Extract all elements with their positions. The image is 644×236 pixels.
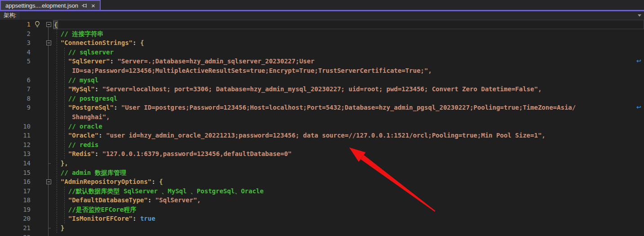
line-number: 3 — [0, 38, 31, 48]
code-line[interactable]: 10// oracle — [0, 122, 644, 131]
code-line[interactable]: 6// mysql — [0, 76, 644, 85]
fold-toggle[interactable] — [44, 177, 53, 187]
schema-combobox[interactable] — [20, 11, 644, 20]
code-line[interactable]: 12// redis — [0, 140, 644, 150]
code-line[interactable]: 9"PostgreSql": "User ID=postgres;Passwor… — [0, 103, 644, 112]
code-token: { — [140, 39, 144, 46]
code-editor[interactable]: 1{2// 连接字符串3"ConnectionStrings": {4// sq… — [0, 20, 644, 236]
code-token: "Oracle" — [68, 132, 98, 139]
code-line-text: // admin 数据库管理 — [53, 168, 644, 178]
line-number: 11 — [0, 131, 31, 140]
glyph-margin — [31, 29, 44, 39]
code-token: //是否监控EFCore程序 — [68, 206, 136, 213]
code-token: "SqlServer", — [155, 196, 201, 204]
code-line[interactable]: 22 — [0, 233, 644, 236]
fold-margin — [44, 112, 53, 122]
code-line[interactable]: 4// sqlserver — [0, 48, 644, 57]
glyph-margin — [31, 94, 44, 103]
fold-margin — [44, 187, 53, 196]
line-number: 8 — [0, 94, 31, 103]
glyph-margin — [31, 112, 44, 122]
code-line[interactable]: 13"Redis": "127.0.0.1:6379,password=1234… — [0, 149, 644, 159]
fold-margin — [44, 233, 53, 236]
fold-margin — [44, 94, 53, 103]
code-token: "ConnectionStrings" — [61, 39, 133, 46]
code-token: // sqlserver — [68, 49, 114, 56]
code-line-text: // sqlserver — [53, 48, 644, 57]
code-line[interactable]: 17//默认数据库类型 SqlServer 、MySql 、PostgreSql… — [0, 187, 644, 196]
fold-margin — [44, 29, 53, 39]
glyph-margin — [31, 159, 44, 168]
line-number: 16 — [0, 177, 31, 187]
code-line[interactable]: 18"DefaultDatabaseType": "SqlServer", — [0, 196, 644, 205]
code-token: // mysql — [68, 76, 98, 84]
code-token: : — [114, 104, 121, 111]
indent-guide — [64, 48, 65, 159]
code-line[interactable]: 19//是否监控EFCore程序 — [0, 205, 644, 214]
code-line-text: }, — [53, 159, 644, 168]
code-line[interactable]: 11"Oracle": "user id=hzy_admin_oracle_20… — [0, 131, 644, 140]
code-token: "User ID=postgres;Password=123456;Host=l… — [121, 104, 576, 111]
fold-collapse-icon[interactable] — [46, 179, 51, 184]
code-line[interactable]: 1{ — [0, 20, 644, 29]
close-icon[interactable]: × — [90, 2, 96, 9]
word-wrap-icon: ↩ — [636, 103, 641, 112]
line-number: 9 — [0, 103, 31, 112]
code-token: "Redis" — [68, 150, 95, 157]
code-line[interactable]: 20"IsMonitorEFCore": true — [0, 214, 644, 223]
tab-appsettings-json[interactable]: appsettings....elopment.json × — [0, 0, 101, 10]
code-token: : — [95, 150, 102, 157]
line-number: 7 — [0, 85, 31, 94]
code-line[interactable]: 2// 连接字符串 — [0, 29, 644, 39]
glyph-margin — [31, 140, 44, 150]
fold-margin — [44, 57, 53, 66]
code-line[interactable]: 15// admin 数据库管理 — [0, 168, 644, 178]
code-token: "PostgreSql" — [68, 104, 114, 111]
glyph-margin — [31, 196, 44, 205]
line-number: 15 — [0, 168, 31, 178]
code-line-text: //是否监控EFCore程序 — [53, 205, 644, 214]
code-token: : — [151, 178, 159, 185]
code-token: : — [133, 39, 140, 46]
code-line-text: { — [53, 20, 644, 29]
vs-editor-window: appsettings....elopment.json × 架构: 1{2//… — [0, 0, 644, 236]
glyph-margin — [31, 85, 44, 94]
indent-guide — [64, 187, 65, 223]
code-token: "SqlServer" — [68, 58, 110, 65]
code-token: true — [140, 215, 155, 222]
fold-margin — [44, 85, 53, 94]
fold-toggle[interactable] — [44, 20, 53, 29]
glyph-margin — [31, 57, 44, 66]
line-number: 13 — [0, 149, 31, 159]
code-line[interactable]: 8// postgresql — [0, 94, 644, 103]
schema-label: 架构: — [0, 12, 20, 19]
fold-toggle[interactable] — [44, 38, 53, 48]
fold-collapse-icon[interactable] — [46, 40, 51, 45]
word-wrap-icon: ↩ — [636, 57, 641, 66]
code-line[interactable]: 21} — [0, 223, 644, 233]
glyph-margin — [31, 205, 44, 214]
code-line[interactable]: 7"MySql": "Server=localhost; port=3306; … — [0, 85, 644, 94]
code-line[interactable]: Shanghai", — [0, 112, 644, 122]
glyph-margin — [31, 122, 44, 131]
code-token: "127.0.0.1:6379,password=123456,defaultD… — [102, 150, 292, 157]
code-line-text: "Redis": "127.0.0.1:6379,password=123456… — [53, 149, 644, 159]
code-token: } — [61, 224, 64, 232]
code-token: // postgresql — [68, 95, 118, 102]
code-token: //默认数据库类型 SqlServer 、MySql 、PostgreSql、O… — [68, 187, 264, 195]
code-line[interactable]: ID=sa;Password=123456;MultipleActiveResu… — [0, 66, 644, 76]
line-number — [0, 112, 31, 122]
code-token: Shanghai", — [72, 113, 110, 120]
code-line[interactable]: 14}, — [0, 159, 644, 168]
lightbulb-icon[interactable] — [31, 20, 44, 29]
fold-collapse-icon[interactable] — [46, 22, 51, 27]
code-line[interactable]: 16"AdminRepositoryOptions": { — [0, 177, 644, 187]
fold-margin — [44, 76, 53, 85]
code-token: "Server=.;Database=hzy_admin_sqlserver_2… — [117, 58, 314, 65]
code-line[interactable]: 3"ConnectionStrings": { — [0, 38, 644, 48]
fold-margin — [44, 149, 53, 159]
glyph-margin — [31, 177, 44, 187]
pin-icon[interactable] — [81, 3, 87, 9]
code-line[interactable]: 5"SqlServer": "Server=.;Database=hzy_adm… — [0, 57, 644, 66]
indent-guide — [57, 29, 57, 233]
